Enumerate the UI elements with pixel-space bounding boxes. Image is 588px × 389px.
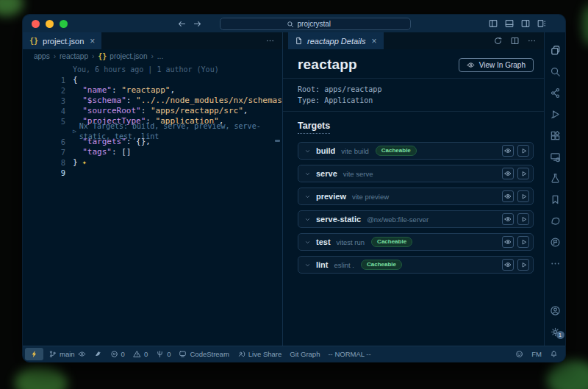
status-zap[interactable] [25, 348, 43, 360]
run-target-button[interactable] [517, 168, 529, 179]
activity-flag-circle-button[interactable] [545, 232, 565, 253]
view-in-graph-button[interactable]: View In Graph [459, 58, 534, 72]
activity-remote-explorer-button[interactable] [545, 146, 565, 168]
go-forward-icon[interactable] [193, 19, 202, 29]
settings-badge: 1 [556, 331, 564, 339]
status-bird[interactable] [94, 350, 102, 358]
target-row-serve-static[interactable]: serve-static@nx/web:file-server [298, 210, 534, 228]
activity-ellipsis-button[interactable] [545, 253, 565, 274]
project-header: reactapp View In Graph [298, 57, 534, 73]
view-target-button[interactable] [502, 213, 514, 225]
chevron-down-icon[interactable] [304, 216, 311, 223]
code-editor[interactable]: You, 6 hours ago | 1 author (You)1{2 "na… [23, 63, 282, 346]
chevron-down-icon[interactable] [304, 239, 311, 246]
project-type: Type: Application [298, 95, 534, 106]
chevron-down-icon[interactable] [304, 193, 311, 200]
layout-sidebar-right-icon[interactable] [520, 18, 531, 29]
command-center-search[interactable] [220, 18, 411, 30]
json-file-icon: {} [29, 37, 38, 45]
activity-test-beaker-button[interactable] [545, 168, 565, 189]
ellipsis-icon[interactable] [527, 36, 537, 46]
activity-source-control-button[interactable] [545, 82, 565, 104]
run-target-button[interactable] [517, 190, 529, 202]
status-label: 0 [144, 350, 148, 358]
run-target-button[interactable] [517, 145, 529, 157]
status-label: Git Graph [290, 350, 320, 358]
refresh-icon[interactable] [493, 36, 503, 46]
run-target-button[interactable] [517, 236, 529, 248]
code-line[interactable]: 7 "tags": [] [23, 147, 282, 157]
activity-bookmark-button[interactable] [545, 189, 565, 210]
search-input[interactable] [298, 20, 345, 28]
activity-gear-button[interactable]: 1 [550, 321, 561, 343]
layout-panel-icon[interactable] [504, 18, 514, 29]
line-content: { [73, 75, 78, 85]
breadcrumb[interactable]: apps›reactapp›{}project.json›... [23, 49, 282, 63]
status-bell[interactable] [550, 350, 558, 358]
layout-customize-icon[interactable] [537, 18, 547, 29]
minimize-window-button[interactable] [46, 20, 54, 28]
breadcrumb-item[interactable]: {}project.json [98, 52, 147, 60]
status-live-share[interactable]: Live Share [237, 350, 282, 358]
ellipsis-icon [550, 258, 561, 269]
target-row-serve[interactable]: servevite serve [298, 165, 534, 182]
code-line[interactable]: 4 "sourceRoot": "apps/reactapp/src", [23, 106, 282, 116]
target-row-preview[interactable]: previewvite preview [298, 188, 534, 205]
view-target-button[interactable] [502, 236, 514, 248]
status-normal[interactable]: -- NORMAL -- [328, 350, 370, 358]
activity-search-button[interactable] [545, 61, 565, 82]
code-line[interactable]: 1{ [23, 75, 282, 85]
tab-overflow-ellipsis-icon[interactable] [258, 32, 282, 49]
status-0[interactable]: 0 [110, 350, 125, 358]
status-0[interactable]: 0 [133, 350, 148, 358]
line-content: "name": "reactapp", [73, 85, 175, 96]
chevron-down-icon[interactable] [304, 148, 311, 154]
run-target-button[interactable] [517, 259, 529, 271]
tab-project-json[interactable]: {} project.json × [23, 32, 101, 49]
status-0[interactable]: 0 [156, 350, 171, 358]
status-smiley[interactable] [515, 350, 523, 358]
code-line[interactable]: 9 [23, 168, 282, 178]
status-bar: main000CodeStreamLive ShareGit Graph-- N… [23, 346, 565, 362]
split-editor-icon[interactable] [510, 36, 520, 46]
status-codestream[interactable]: CodeStream [179, 350, 229, 358]
activity-account-button[interactable] [550, 300, 561, 321]
activity-run-debug-button[interactable] [545, 104, 565, 125]
view-target-button[interactable] [502, 168, 514, 179]
close-window-button[interactable] [32, 20, 40, 28]
gitlens-blame-annotation: You, 6 hours ago | 1 author (You) [23, 65, 282, 75]
layout-sidebar-left-icon[interactable] [488, 18, 498, 29]
chevron-down-icon[interactable] [304, 171, 311, 177]
divider [283, 111, 544, 112]
target-row-test[interactable]: testvitest runCacheable [298, 233, 534, 251]
zoom-window-button[interactable] [60, 20, 68, 28]
scrollbar[interactable] [275, 140, 280, 142]
breadcrumb-item[interactable]: apps [34, 52, 50, 60]
breadcrumb-item[interactable]: ... [157, 52, 163, 60]
go-back-icon[interactable] [177, 19, 187, 29]
status-git-graph[interactable]: Git Graph [290, 350, 320, 358]
activity-files-button[interactable] [545, 40, 565, 61]
activity-nx-button[interactable] [545, 210, 565, 232]
wallpaper-glow [547, 360, 588, 389]
close-tab-icon[interactable]: × [90, 37, 95, 46]
chevron-down-icon[interactable] [304, 262, 311, 268]
status-main[interactable]: main [49, 350, 86, 358]
close-tab-icon[interactable]: × [372, 37, 377, 46]
status-fm[interactable]: FM [531, 350, 542, 358]
view-target-button[interactable] [502, 145, 514, 157]
code-line[interactable]: 2 "name": "reactapp", [23, 85, 282, 96]
code-line[interactable]: 8} ✦ [23, 157, 282, 168]
activity-extensions-button[interactable] [545, 125, 565, 146]
target-row-lint[interactable]: linteslint .Cacheable [298, 256, 534, 274]
view-target-button[interactable] [502, 259, 514, 271]
view-target-button[interactable] [502, 190, 514, 202]
file-icon [295, 37, 303, 45]
code-line[interactable]: 3 "$schema": "../../node_modules/nx/sche… [23, 96, 282, 106]
tab-reactapp-details[interactable]: reactapp Details × [288, 32, 384, 49]
target-row-build[interactable]: buildvite buildCacheable [298, 142, 534, 160]
nx-targets-codelens[interactable]: ▷Nx Targets: build, serve, preview, serv… [23, 126, 282, 137]
breadcrumb-item[interactable]: reactapp [60, 52, 88, 60]
files-icon [550, 45, 561, 56]
run-target-button[interactable] [517, 213, 529, 225]
